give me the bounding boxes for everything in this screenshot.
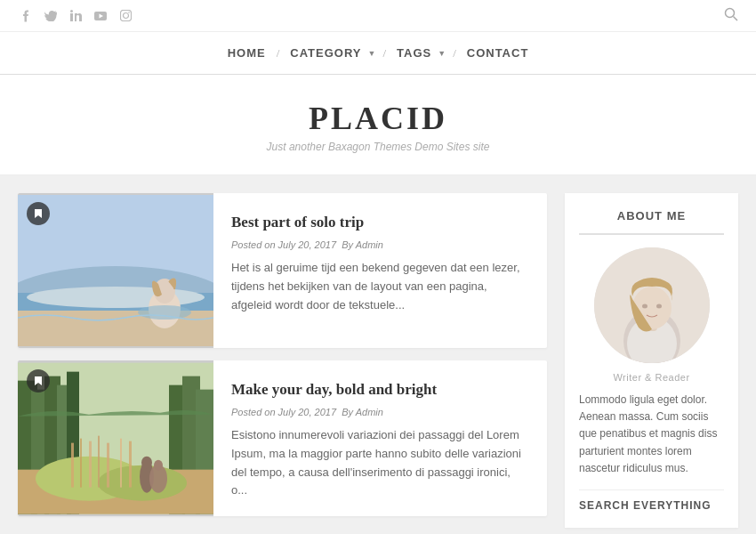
about-image-wrap [579,247,724,363]
search-widget-title: Search Everything [579,490,724,512]
svg-rect-34 [120,439,122,488]
linkedin-icon[interactable] [68,8,84,24]
nav-tags-wrap: TAGS ▼ [393,44,446,61]
nav-category-wrap: CATEGORY ▼ [286,44,375,61]
svg-rect-31 [89,441,92,488]
instagram-icon[interactable] [117,8,133,24]
svg-point-39 [154,460,163,471]
post-image-2 [18,360,213,516]
post-card-2: Make your day, bold and bright Posted on… [18,360,547,516]
svg-point-16 [138,305,191,320]
svg-point-45 [642,304,647,309]
category-arrow-icon: ▼ [368,49,376,58]
svg-rect-4 [120,11,131,21]
bookmark-icon-1[interactable] [27,202,50,225]
svg-rect-33 [107,443,109,488]
svg-rect-30 [80,439,82,488]
post-content-1: Best part of solo trip Posted on July 20… [213,193,547,348]
post-excerpt-2: Esistono innumerevoli variazioni dei pas… [231,426,529,500]
post-title-2[interactable]: Make your day, bold and bright [231,380,529,400]
twitter-icon[interactable] [43,8,59,24]
nav-sep-1: / [277,46,280,61]
nav-home[interactable]: HOME [224,44,269,61]
post-meta-1: Posted on July 20, 2017 By Admin [231,239,529,250]
nav-sep-2: / [382,46,386,61]
search-icon[interactable] [724,7,738,25]
nav-bar: HOME / CATEGORY ▼ / TAGS ▼ / CONTACT [0,32,756,75]
svg-point-46 [656,304,662,309]
bookmark-icon-2[interactable] [27,369,50,392]
svg-rect-29 [71,443,74,488]
svg-point-37 [141,457,152,469]
top-bar [0,0,756,32]
svg-rect-0 [70,13,73,21]
about-widget: About Me [565,193,738,528]
main-content: Best part of solo trip Posted on July 20… [0,175,756,534]
post-image-1 [18,193,213,348]
site-tagline: Just another Baxagon Themes Demo Sites s… [18,141,738,153]
post-meta-2: Posted on July 20, 2017 By Admin [231,407,529,417]
nav-sep-3: / [453,46,456,61]
svg-point-5 [123,13,128,19]
post-title-1[interactable]: Best part of solo trip [231,213,529,232]
youtube-icon[interactable] [92,8,109,24]
site-title: PLACID [18,100,738,137]
sidebar: About Me [565,193,738,528]
tags-arrow-icon: ▼ [438,49,446,58]
post-card-1: Best part of solo trip Posted on July 20… [18,193,547,348]
post-excerpt-1: Het is al geruime tijd een bekend gegeve… [231,259,529,314]
svg-point-7 [726,8,735,17]
site-header: PLACID Just another Baxagon Themes Demo … [0,75,756,175]
nav-category[interactable]: CATEGORY [286,44,365,61]
social-icons [18,8,133,24]
about-role: Writer & Reader [579,372,724,383]
svg-rect-32 [98,436,100,488]
nav-tags[interactable]: TAGS [393,44,435,61]
post-content-2: Make your day, bold and bright Posted on… [213,360,547,516]
svg-line-8 [734,16,738,20]
posts-column: Best part of solo trip Posted on July 20… [18,193,547,528]
about-widget-title: About Me [579,209,724,235]
nav-contact[interactable]: CONTACT [463,44,533,61]
facebook-icon[interactable] [18,8,34,24]
about-bio: Lommodo ligula eget dolor. Aenean massa.… [579,392,724,477]
svg-rect-35 [129,441,132,488]
about-avatar [594,247,710,363]
svg-point-1 [70,10,73,12]
svg-point-6 [128,12,130,13]
